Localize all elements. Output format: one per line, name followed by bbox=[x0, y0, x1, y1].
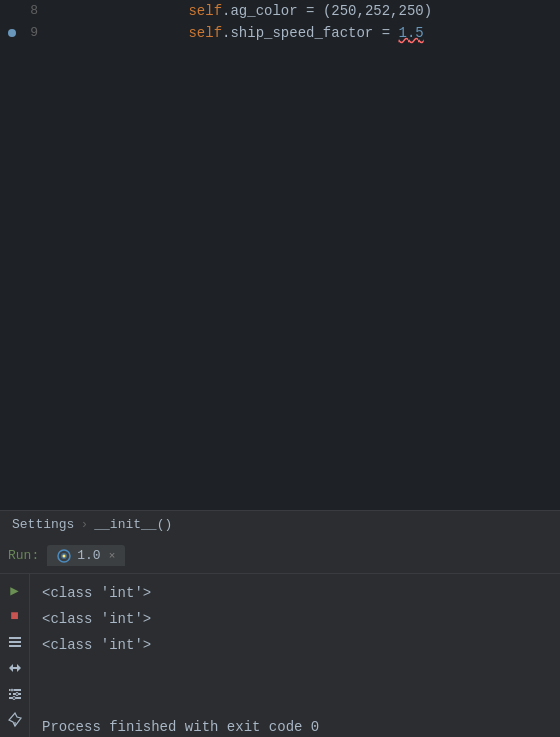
breadcrumb-part2: __init__() bbox=[94, 517, 172, 532]
svg-point-12 bbox=[10, 689, 13, 692]
run-content: ▶ ■ bbox=[0, 574, 560, 737]
svg-point-14 bbox=[15, 693, 18, 696]
process-finished-line: Process finished with exit code 0 bbox=[42, 662, 548, 737]
svg-rect-3 bbox=[9, 637, 21, 639]
editor-empty-space bbox=[0, 44, 560, 510]
play-button[interactable]: ▶ bbox=[3, 578, 27, 602]
line-number-8: 8 bbox=[0, 0, 50, 22]
svg-rect-4 bbox=[9, 641, 21, 643]
breadcrumb-bar: Settings › __init__() bbox=[0, 510, 560, 538]
settings-button[interactable] bbox=[3, 682, 27, 706]
line-number-9: 9 bbox=[0, 22, 50, 44]
svg-marker-6 bbox=[9, 664, 13, 672]
pin-icon bbox=[7, 712, 23, 728]
rerun-button[interactable] bbox=[3, 630, 27, 654]
code-token-self2: self bbox=[121, 25, 222, 41]
output-line-1: <class 'int'> bbox=[42, 580, 548, 606]
stop-button[interactable]: ■ bbox=[3, 604, 27, 628]
settings-icon bbox=[7, 686, 23, 702]
code-token-attr: .ship_speed_factor bbox=[222, 25, 382, 41]
editor-area: 8 self.ag_color = (250,252,250) 9 self.s… bbox=[0, 0, 560, 510]
run-label: Run: bbox=[8, 548, 39, 563]
run-toolbar: ▶ ■ bbox=[0, 574, 30, 737]
output-line-2: <class 'int'> bbox=[42, 606, 548, 632]
bookmark-icon bbox=[8, 29, 16, 37]
run-tab[interactable]: 1.0 × bbox=[47, 545, 125, 566]
rerun-icon bbox=[7, 634, 23, 650]
run-panel: Run: 1.0 × ▶ ■ bbox=[0, 538, 560, 737]
tab-close-button[interactable]: × bbox=[109, 550, 116, 562]
scroll-button[interactable] bbox=[3, 656, 27, 680]
svg-point-2 bbox=[63, 554, 66, 557]
pin-button[interactable] bbox=[3, 708, 27, 732]
svg-point-15 bbox=[12, 697, 15, 700]
svg-rect-5 bbox=[9, 645, 21, 647]
python-icon bbox=[57, 549, 71, 563]
svg-rect-11 bbox=[11, 691, 13, 697]
code-token-eq2: = bbox=[382, 25, 399, 41]
code-token-num: 1.5 bbox=[399, 25, 424, 41]
run-tab-label: 1.0 bbox=[77, 548, 100, 563]
python-svg bbox=[57, 549, 71, 563]
run-tab-bar: Run: 1.0 × bbox=[0, 538, 560, 574]
scroll-icon bbox=[7, 660, 23, 676]
run-output: <class 'int'> <class 'int'> <class 'int'… bbox=[30, 574, 560, 737]
breadcrumb-separator: › bbox=[80, 517, 88, 532]
code-lines: 8 self.ag_color = (250,252,250) 9 self.s… bbox=[0, 0, 560, 44]
svg-rect-8 bbox=[13, 667, 17, 669]
output-line-3: <class 'int'> bbox=[42, 632, 548, 658]
code-line-9: 9 self.ship_speed_factor = 1.5 bbox=[0, 22, 560, 44]
breadcrumb-part1: Settings bbox=[12, 517, 74, 532]
svg-marker-7 bbox=[17, 664, 21, 672]
